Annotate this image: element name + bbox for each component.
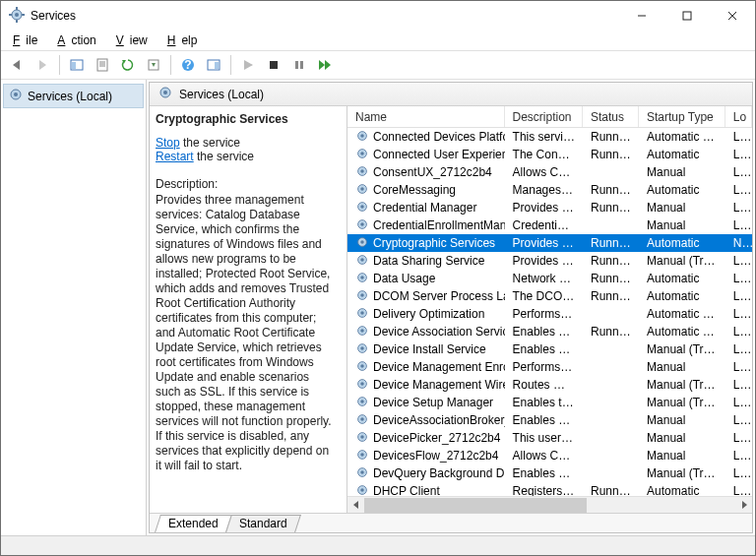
cell-description: Performs co... <box>505 306 583 322</box>
toolbar-export-list-button[interactable] <box>142 53 165 77</box>
services-window: Services File Action View Help ? Service… <box>0 0 756 556</box>
svg-point-36 <box>360 134 364 138</box>
scroll-track[interactable] <box>364 497 735 514</box>
list-body[interactable]: Connected Devices Platform ...This servi… <box>347 128 752 496</box>
svg-marker-30 <box>325 60 331 70</box>
cell-name: Device Management Wireles... <box>347 376 505 395</box>
cell-logon: Loc <box>725 377 752 393</box>
toolbar-refresh-button[interactable] <box>116 53 140 77</box>
toolbar-properties-button[interactable] <box>91 53 114 77</box>
svg-point-68 <box>360 417 364 421</box>
detail-description-text: Provides three management services: Cata… <box>156 193 337 473</box>
toolbar-restart-service-button[interactable] <box>313 53 337 77</box>
svg-point-46 <box>360 222 364 226</box>
service-row[interactable]: Credential ManagerProvides sec...Running… <box>347 199 752 216</box>
menu-action[interactable]: Action <box>51 31 107 49</box>
cell-startup: Manual <box>639 217 725 233</box>
cell-logon: Loc <box>725 465 752 481</box>
service-row[interactable]: CredentialEnrollmentManag...Credential E… <box>347 216 752 234</box>
cell-status <box>583 313 639 315</box>
horizontal-scrollbar[interactable] <box>347 496 752 513</box>
service-row[interactable]: Device Setup ManagerEnables the ...Manua… <box>347 394 752 411</box>
toolbar-start-service-button[interactable] <box>236 53 260 77</box>
cell-logon: Loc <box>725 164 752 180</box>
svg-marker-25 <box>244 60 253 70</box>
cell-status <box>583 402 639 403</box>
cell-logon: Loc <box>725 483 752 496</box>
service-row[interactable]: Device Association ServiceEnables pairi.… <box>347 323 752 340</box>
nav-services-local[interactable]: Services (Local) <box>3 84 144 108</box>
col-header-status[interactable]: Status <box>583 106 639 127</box>
service-row[interactable]: DevicePicker_2712c2b4This user ser...Man… <box>347 429 752 447</box>
svg-point-52 <box>360 276 364 279</box>
service-row[interactable]: ConsentUX_2712c2b4Allows Conn...ManualLo… <box>347 163 752 181</box>
service-gear-icon <box>355 430 369 447</box>
col-header-logon[interactable]: Lo <box>725 106 752 127</box>
menu-file[interactable]: File <box>7 31 49 49</box>
service-row[interactable]: Delivery OptimizationPerforms co...Autom… <box>347 305 752 323</box>
toolbar-help-button[interactable]: ? <box>176 53 200 77</box>
service-row[interactable]: DHCP ClientRegisters an...RunningAutomat… <box>347 482 752 496</box>
toolbar-forward-button[interactable] <box>31 53 54 77</box>
col-header-startup[interactable]: Startup Type <box>639 106 725 127</box>
cell-name: Device Setup Manager <box>347 394 505 412</box>
service-row[interactable]: CoreMessagingManages co...RunningAutomat… <box>347 181 752 199</box>
detail-restart-link[interactable]: Restart <box>156 150 194 163</box>
toolbar-pause-service-button[interactable] <box>287 53 311 77</box>
cell-status: Running <box>583 182 639 198</box>
scroll-right-button[interactable] <box>735 497 752 514</box>
cell-logon: Loc <box>725 253 752 269</box>
service-row[interactable]: Connected User Experiences ...The Connec… <box>347 146 752 163</box>
svg-marker-77 <box>353 501 358 509</box>
scroll-thumb[interactable] <box>364 498 587 513</box>
toolbar-back-button[interactable] <box>5 53 29 77</box>
cell-logon: Loc <box>725 200 752 216</box>
cell-startup: Manual <box>639 164 725 180</box>
service-row[interactable]: Device Management Wireles...Routes Wirel… <box>347 376 752 394</box>
cell-description: Credential E... <box>505 217 583 233</box>
service-row[interactable]: DevicesFlow_2712c2b4Allows Conn...Manual… <box>347 447 752 464</box>
cell-description: Allows Conn... <box>505 448 583 463</box>
cell-startup: Manual <box>639 200 725 216</box>
menu-view[interactable]: View <box>110 31 159 49</box>
cell-description: The DCOML... <box>505 288 583 304</box>
services-app-icon <box>9 7 25 26</box>
service-row[interactable]: Device Management Enroll...Performs De..… <box>347 358 752 376</box>
cell-logon: Loc <box>725 395 752 410</box>
cell-logon: Loc <box>725 448 752 463</box>
cell-name: Cryptographic Services <box>347 234 505 253</box>
toolbar-show-hide-tree-button[interactable] <box>65 53 89 77</box>
service-row[interactable]: Data Sharing ServiceProvides dat...Runni… <box>347 252 752 270</box>
service-gear-icon <box>355 359 369 376</box>
col-header-description[interactable]: Description <box>505 106 583 127</box>
service-gear-icon <box>355 129 369 146</box>
tab-standard[interactable]: Standard <box>225 515 301 532</box>
scroll-left-button[interactable] <box>347 497 364 514</box>
service-row[interactable]: Device Install ServiceEnables a co...Man… <box>347 340 752 358</box>
close-button[interactable] <box>710 1 755 31</box>
service-row[interactable]: DCOM Server Process Launc...The DCOML...… <box>347 287 752 305</box>
toolbar-stop-service-button[interactable] <box>262 53 285 77</box>
cell-status <box>583 419 639 421</box>
cell-description: Routes Wirel... <box>505 377 583 393</box>
cell-startup: Automatic <box>639 147 725 162</box>
service-row[interactable]: DevQuery Background Disc...Enables app..… <box>347 464 752 482</box>
cell-startup: Automatic <box>639 271 725 286</box>
col-header-name[interactable]: Name <box>347 106 505 127</box>
service-row[interactable]: Data UsageNetwork dat...RunningAutomatic… <box>347 270 752 287</box>
cell-startup: Automatic (De... <box>639 306 725 322</box>
cell-logon: Loc <box>725 129 752 145</box>
service-row[interactable]: Connected Devices Platform ...This servi… <box>347 128 752 146</box>
cell-status: Running <box>583 129 639 145</box>
minimize-button[interactable] <box>619 1 664 31</box>
svg-rect-24 <box>215 62 219 69</box>
tab-extended[interactable]: Extended <box>155 515 232 532</box>
service-row[interactable]: DeviceAssociationBroker_27...Enables app… <box>347 411 752 429</box>
maximize-button[interactable] <box>664 1 710 31</box>
cell-startup: Manual (Trigg... <box>639 395 725 410</box>
menu-help[interactable]: Help <box>161 31 210 49</box>
cell-description: Allows Conn... <box>505 164 583 180</box>
toolbar-show-hide-action-button[interactable] <box>202 53 225 77</box>
detail-stop-link[interactable]: Stop <box>156 136 180 150</box>
service-row[interactable]: Cryptographic ServicesProvides thr...Run… <box>347 234 752 252</box>
